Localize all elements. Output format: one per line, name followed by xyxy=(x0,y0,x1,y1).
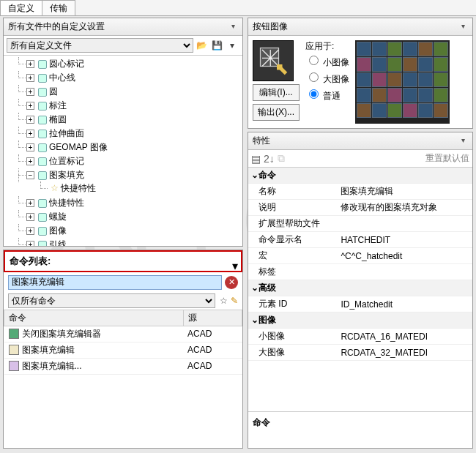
tree-node-label: 螺旋 xyxy=(49,211,67,222)
panel-toggle-icon[interactable]: ▾ xyxy=(458,22,468,32)
tree-node-label: 中心线 xyxy=(49,72,75,83)
expand-icon[interactable]: + xyxy=(26,227,34,235)
prop-help-value[interactable] xyxy=(338,216,472,232)
expand-icon[interactable]: + xyxy=(26,74,34,82)
top-tabs: 自定义 传输 xyxy=(0,0,476,16)
node-icon xyxy=(38,60,47,69)
expand-icon[interactable]: + xyxy=(26,60,34,68)
prop-macro-value[interactable]: ^C^C_hatchedit xyxy=(338,248,472,264)
command-grid: 命令 源 关闭图案填充编辑器ACAD图案填充编辑ACAD图案填充编辑...ACA… xyxy=(4,310,242,449)
tab-transfer[interactable]: 传输 xyxy=(42,0,75,15)
prop-sort-icon[interactable]: 2↓ xyxy=(264,153,275,165)
radio-large-image[interactable]: 大图像 xyxy=(305,70,349,86)
tree-node-label: 图像 xyxy=(49,225,67,236)
node-icon xyxy=(38,88,47,97)
tree-node-label: 拉伸曲面 xyxy=(49,128,84,138)
tree-node[interactable]: +位置标记 xyxy=(18,154,239,168)
node-icon xyxy=(38,227,47,236)
command-icon xyxy=(9,361,19,371)
svg-rect-1 xyxy=(277,64,283,70)
user-filter-icon[interactable]: ✎ xyxy=(231,296,238,306)
file-selector[interactable]: 所有自定义文件 xyxy=(7,38,193,53)
expand-icon[interactable]: + xyxy=(26,157,34,165)
tree-leaf[interactable]: ☆快捷特性 xyxy=(40,181,239,195)
export-image-button[interactable]: 输出(X)... xyxy=(253,104,300,121)
table-row[interactable]: 图案填充编辑...ACAD xyxy=(4,358,242,374)
tree-node[interactable]: +椭圆 xyxy=(18,113,239,127)
edit-image-button[interactable]: 编辑(I)... xyxy=(253,84,300,101)
tab-customize[interactable]: 自定义 xyxy=(0,0,42,15)
col-source[interactable]: 源 xyxy=(183,310,242,326)
expand-icon[interactable]: + xyxy=(26,241,34,246)
radio-normal[interactable]: 普通 xyxy=(305,86,349,103)
panel-toggle-icon[interactable]: ▾ xyxy=(228,22,238,32)
expand-icon[interactable]: + xyxy=(26,213,34,221)
tree-node[interactable]: +GEOMAP 图像 xyxy=(18,141,239,154)
star-filter-icon[interactable]: ☆ xyxy=(220,296,228,306)
prop-dispname-value[interactable]: HATCHEDIT xyxy=(338,232,472,248)
command-search-input[interactable] xyxy=(8,275,222,290)
tree-node[interactable]: +圆 xyxy=(18,85,239,99)
table-row[interactable]: 关闭图案填充编辑器ACAD xyxy=(4,326,242,342)
prop-smallimg-value[interactable]: RCDATA_16_MATEDI xyxy=(338,329,472,345)
tree-node[interactable]: +圆心标记 xyxy=(18,57,239,71)
tree-node-label: 快捷特性 xyxy=(49,198,84,208)
tree-node-label: GEOMAP 图像 xyxy=(49,142,108,152)
menu-icon[interactable]: ▾ xyxy=(225,38,239,53)
node-icon xyxy=(38,130,47,138)
tree-node[interactable]: +图像 xyxy=(18,224,239,238)
prop-tag-value[interactable] xyxy=(338,264,472,280)
tree-node[interactable]: +引线 xyxy=(18,238,239,246)
node-icon xyxy=(38,241,47,246)
panel-title-button-image: 按钮图像 xyxy=(253,20,288,33)
command-source: ACAD xyxy=(183,342,242,358)
expand-icon[interactable]: + xyxy=(26,199,34,207)
collapse-icon[interactable]: − xyxy=(26,171,34,179)
clear-search-icon[interactable]: ✕ xyxy=(225,276,238,289)
node-icon xyxy=(38,157,47,166)
save-icon[interactable]: 💾 xyxy=(209,38,224,53)
command-filter-select[interactable]: 仅所有命令 xyxy=(8,293,215,308)
panel-toggle-icon[interactable]: ▾ xyxy=(458,136,468,146)
open-icon[interactable]: 📂 xyxy=(194,38,209,53)
panel-toggle-icon[interactable]: ▾ xyxy=(232,259,238,273)
panel-title-properties: 特性 xyxy=(253,135,270,147)
tree-node-label: 标注 xyxy=(49,100,67,111)
expand-icon[interactable]: + xyxy=(26,116,34,124)
prop-elementid-value[interactable]: ID_Matchedit xyxy=(338,296,472,312)
table-row[interactable]: 图案填充编辑ACAD xyxy=(4,342,242,358)
expand-icon[interactable]: + xyxy=(26,130,34,138)
tree-node[interactable]: +螺旋 xyxy=(18,210,239,224)
tree-leaf-label: 快捷特性 xyxy=(61,183,96,193)
expand-icon[interactable]: + xyxy=(26,88,34,96)
apply-to-label: 应用于: xyxy=(305,40,349,53)
tree-node[interactable]: +标注 xyxy=(18,99,239,113)
col-command[interactable]: 命令 xyxy=(4,310,184,326)
tree-node[interactable]: +中心线 xyxy=(18,71,239,85)
star-icon: ☆ xyxy=(51,183,59,193)
prop-cat-icon[interactable]: ▤ xyxy=(251,153,261,165)
tree-node-label: 椭圆 xyxy=(49,114,67,124)
tree-node-label: 图案填充 xyxy=(49,170,84,180)
customize-tree: +圆心标记+中心线+圆+标注+椭圆+拉伸曲面+GEOMAP 图像+位置标记−图案… xyxy=(4,56,242,246)
tree-node[interactable]: +拉伸曲面 xyxy=(18,127,239,141)
node-icon xyxy=(38,199,47,208)
tree-node-label: 圆 xyxy=(49,86,58,97)
command-source: ACAD xyxy=(183,358,242,374)
radio-small-image[interactable]: 小图像 xyxy=(305,53,349,70)
tree-node-label: 引线 xyxy=(49,239,67,246)
node-icon xyxy=(38,213,47,222)
expand-icon[interactable]: + xyxy=(26,102,34,110)
node-icon xyxy=(38,74,47,83)
expand-icon[interactable]: + xyxy=(26,143,34,151)
reset-defaults-button[interactable]: 重置默认值 xyxy=(425,152,469,165)
tree-node[interactable]: −图案填充☆快捷特性 xyxy=(18,168,239,196)
command-icon xyxy=(9,329,19,339)
node-icon xyxy=(38,143,47,152)
prop-largeimg-value[interactable]: RCDATA_32_MATEDI xyxy=(338,345,472,361)
prop-name-value[interactable]: 图案填充编辑 xyxy=(338,184,472,200)
icon-palette[interactable] xyxy=(355,40,450,124)
tree-node[interactable]: +快捷特性 xyxy=(18,196,239,210)
prop-desc-value[interactable]: 修改现有的图案填充对象 xyxy=(338,200,472,216)
prop-filter-icon[interactable]: ⧉ xyxy=(278,152,285,165)
